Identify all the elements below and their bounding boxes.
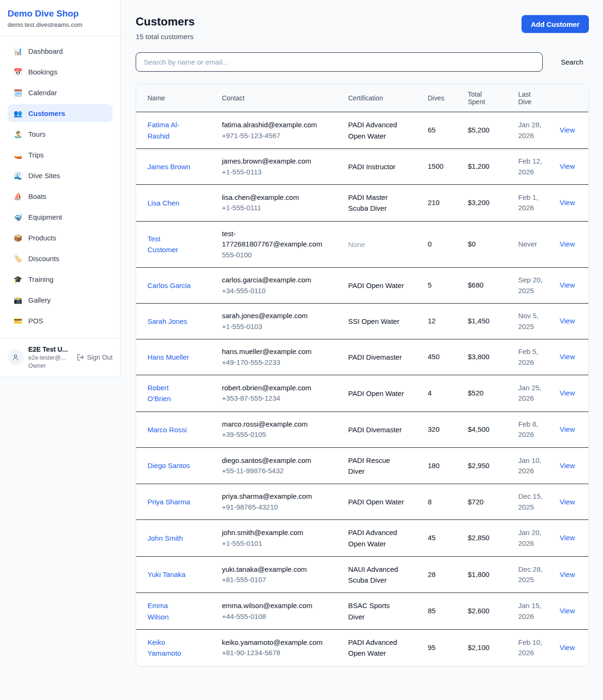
customer-certification: PADI Divemaster [348,352,407,362]
trips-icon: 🚤 [13,151,23,158]
customer-name-link[interactable]: John Smith [147,533,183,544]
customer-dives: 12 [422,304,462,339]
col-header-label: Dives [428,94,456,102]
sidebar-item-label: Products [28,234,56,242]
view-link[interactable]: View [560,534,575,542]
view-link[interactable]: View [560,498,575,506]
customer-email: sarah.jones@example.com [222,311,335,321]
sidebar-item-customers[interactable]: 👥 Customers [8,104,113,122]
table-row: Yuki Tanaka yuki.tanaka@example.com +81-… [136,556,589,593]
customer-phone: 555-0100 [222,250,337,261]
customer-name-link[interactable]: Lisa Chen [147,198,179,208]
customer-dives: 0 [422,221,462,268]
customer-email: emma.wilson@example.com [222,601,335,611]
customer-total-spent: $2,100 [462,630,513,666]
view-link[interactable]: View [560,126,575,134]
view-link[interactable]: View [560,240,575,248]
sidebar-item-calendar[interactable]: 🗓️ Calendar [8,83,113,101]
tours-icon: 🏝️ [13,131,23,138]
customer-dives: 210 [422,185,462,222]
sidebar-item-label: Bookings [28,68,57,76]
customer-total-spent: $5,200 [462,112,513,149]
search-input[interactable] [136,52,543,72]
customer-name-link[interactable]: Emma Wilson [147,600,191,622]
view-link[interactable]: View [560,607,575,615]
sidebar-item-discounts[interactable]: 🏷️ Discounts [8,249,113,267]
customer-email: robert.obrien@example.com [222,383,335,394]
view-link[interactable]: View [560,162,575,170]
view-link[interactable]: View [560,643,575,651]
customer-name-link[interactable]: Sarah Jones [147,316,187,327]
col-header-contact: Contact [216,84,342,112]
customer-name-link[interactable]: Yuki Tanaka [147,569,186,580]
customer-name-link[interactable]: Diego Santos [147,460,190,471]
customer-last-dive: Jan 15, 2026 [518,601,547,622]
sidebar-item-equipment[interactable]: 🤿 Equipment [8,208,113,226]
customer-name-link[interactable]: Keiko Yamamoto [147,637,191,659]
customer-total-spent: $1,800 [462,556,513,593]
discounts-icon: 🏷️ [13,255,23,262]
sidebar-item-gallery[interactable]: 📸 Gallery [8,291,113,309]
sidebar-item-dashboard[interactable]: 📊 Dashboard [8,42,113,60]
shop-header: Demo Dive Shop demo.test.divestreams.com [0,0,120,36]
view-link[interactable]: View [560,570,575,578]
sidebar-item-training[interactable]: 🎓 Training [8,270,113,288]
view-link[interactable]: View [560,389,575,397]
customer-email: priya.sharma@example.com [222,491,335,502]
customer-name-link[interactable]: Marco Rossi [147,424,187,435]
customer-email: keiko.yamamoto@example.com [222,637,335,648]
table-row: Hans Mueller hans.mueller@example.com +4… [136,339,589,375]
view-link[interactable]: View [560,425,575,433]
customer-last-dive: Jan 20, 2026 [518,527,547,549]
customer-name-link[interactable]: Robert O'Brien [147,382,191,404]
customer-name-link[interactable]: Hans Mueller [147,352,189,362]
view-link[interactable]: View [560,198,575,206]
sidebar-item-label: Gallery [28,296,51,304]
user-icon [12,354,19,361]
customer-last-dive: Feb 10, 2026 [518,637,547,659]
customer-total-spent: $3,200 [462,185,513,222]
view-link[interactable]: View [560,281,575,289]
customer-phone: +81-90-1234-5678 [222,648,337,659]
customer-dives: 320 [422,412,462,447]
customer-phone: +353-87-555-1234 [222,393,337,404]
col-header-total-spent: Total Spent [462,84,513,112]
view-link[interactable]: View [560,461,575,469]
customer-name-link[interactable]: Fatima Al-Rashid [147,119,191,141]
customer-name-link[interactable]: Test Customer [147,233,191,255]
customer-dives: 28 [422,556,462,593]
view-link[interactable]: View [560,317,575,325]
col-header-last-dive: Last Dive [513,84,554,112]
add-customer-button[interactable]: Add Customer [522,15,589,33]
col-header-actions [554,84,589,112]
col-header-dives: Dives [422,84,462,112]
sidebar-item-label: Boats [28,192,46,200]
sidebar-item-label: Customers [28,109,65,117]
customer-email: carlos.garcia@example.com [222,275,335,286]
customer-email: lisa.chen@example.com [222,192,335,203]
table-row: Carlos Garcia carlos.garcia@example.com … [136,268,589,304]
sidebar-item-pos[interactable]: 💳 POS [8,312,113,329]
col-header-label: Name [147,94,211,102]
sidebar-item-tours[interactable]: 🏝️ Tours [8,125,113,143]
sidebar-item-trips[interactable]: 🚤 Trips [8,146,113,164]
sidebar-item-products[interactable]: 📦 Products [8,229,113,247]
sidebar-item-dive-sites[interactable]: 🌊 Dive Sites [8,166,113,184]
customer-dives: 180 [422,447,462,484]
customer-certification: PADI Advanced Open Water [348,119,407,141]
sidebar-item-boats[interactable]: ⛵ Boats [8,187,113,205]
customer-name-link[interactable]: Carlos Garcia [147,280,191,291]
table-row: Marco Rossi marco.rossi@example.com +39-… [136,412,589,447]
customer-phone: +81-555-0107 [222,575,337,585]
customer-name-link[interactable]: James Brown [147,161,190,172]
customer-total-spent: $720 [462,484,513,520]
customer-name-link[interactable]: Priya Sharma [147,496,190,507]
table-row: Keiko Yamamoto keiko.yamamoto@example.co… [136,630,589,666]
view-link[interactable]: View [560,353,575,361]
search-button[interactable]: Search [555,54,589,70]
sidebar-item-bookings[interactable]: 📅 Bookings [8,63,113,81]
customer-last-dive: Feb 8, 2026 [518,419,547,440]
customer-phone: +1-555-0103 [222,321,337,332]
sign-out-button[interactable]: Sign Out [77,354,113,361]
customer-total-spent: $2,850 [462,520,513,557]
